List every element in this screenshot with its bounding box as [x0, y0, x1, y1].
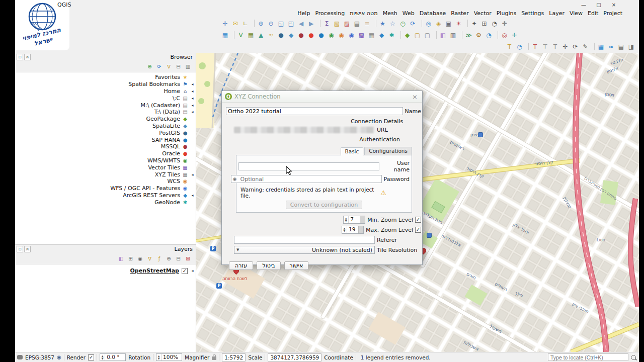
close-icon[interactable]: × — [606, 0, 621, 9]
style-manager-icon[interactable]: ◧ — [438, 30, 448, 40]
browser-item-arcgis-rest[interactable]: ArcGIS REST Servers◆◂ — [15, 192, 196, 199]
rotation-spinbox[interactable]: ▲▼ 0.0 ° — [100, 353, 126, 361]
browser-item-oracle[interactable]: Oracle● — [15, 150, 196, 157]
dialog-close-icon[interactable]: × — [411, 93, 419, 101]
min-zoom-spinbox[interactable]: ▲▼ 7 — [343, 216, 365, 224]
browser-item-home[interactable]: Home⌂◂ — [15, 88, 196, 95]
lock-icon[interactable] — [212, 356, 216, 360]
touch-zoom-icon[interactable]: ⊞ — [479, 19, 489, 28]
measure-line-icon[interactable]: ∟ — [240, 19, 250, 28]
convert-to-configuration-button[interactable]: Convert to configuration — [286, 201, 363, 209]
poi-marker[interactable] — [478, 132, 483, 137]
menu-item-view[interactable]: View — [567, 10, 585, 17]
spin-grip[interactable] — [358, 226, 363, 233]
zoom-full-icon[interactable]: ◱ — [276, 19, 286, 28]
browser-item-wfs-ogc-api[interactable]: WFS / OGC API - Features◉ — [15, 185, 196, 192]
select-features-icon[interactable]: ▧ — [332, 19, 342, 28]
url-value-obscured[interactable] — [234, 127, 375, 133]
expand-arrow-icon[interactable]: ◂ — [190, 268, 195, 273]
add-wms-layer-icon[interactable]: ◉ — [327, 30, 336, 40]
float-panel-icon[interactable]: ▫ — [17, 54, 23, 60]
cancel-button[interactable]: ביטול — [257, 261, 281, 270]
show-layout-manager-icon[interactable]: ▥ — [448, 30, 458, 40]
float-panel-icon[interactable]: ▫ — [17, 246, 23, 252]
spin-arrows-icon[interactable]: ▲▼ — [344, 216, 349, 223]
move-label-icon[interactable]: ✛ — [560, 42, 570, 51]
browser-item-favorites[interactable]: Favorites★ — [15, 74, 196, 81]
highlight-pinned-labels-icon[interactable]: T — [530, 42, 540, 51]
layer-diagram-options-icon[interactable]: ◔ — [515, 42, 524, 51]
browser-item-spatialite[interactable]: SpatiaLite◆ — [15, 123, 196, 130]
change-label-properties-icon[interactable]: ✎ — [581, 42, 590, 51]
messages-icon[interactable]: ✶ — [454, 19, 463, 28]
identify-features-icon[interactable]: ◎ — [424, 19, 433, 28]
expand-arrow-icon[interactable]: ◂ — [190, 89, 195, 94]
crs-status[interactable]: EPSG:3857 — [25, 354, 54, 360]
name-input[interactable] — [226, 107, 403, 115]
magnifier-spinbox[interactable]: ▲▼ 100% — [156, 353, 182, 361]
menu-item-web[interactable]: Web — [400, 10, 417, 17]
layout-manager-icon[interactable]: ▤ — [616, 42, 626, 51]
remove-layer-icon[interactable]: ⊠ — [184, 255, 192, 262]
show-bookmarks-icon[interactable]: ☆ — [388, 19, 397, 28]
run-feature-action-icon[interactable]: ◈ — [434, 19, 443, 28]
close-panel-icon[interactable]: × — [24, 54, 31, 60]
filter-by-expression-icon[interactable]: ƒ — [155, 255, 163, 262]
username-input[interactable] — [238, 162, 379, 170]
show-hide-labels-icon[interactable]: T — [550, 42, 560, 51]
plugin-manager-icon[interactable]: ◔ — [484, 30, 494, 40]
browser-item-c-drive[interactable]: \:C▤◂ — [15, 95, 196, 102]
rotate-label-icon[interactable]: ⟳ — [571, 42, 580, 51]
add-raster-layer-icon[interactable]: ▦ — [246, 30, 256, 40]
pan-hand-icon[interactable]: ✦ — [469, 19, 479, 28]
open-data-source-manager-icon[interactable]: ▦ — [220, 30, 230, 40]
browser-item-mssql[interactable]: MSSQL● — [15, 143, 196, 150]
menu-item-processing[interactable]: Processing — [312, 10, 347, 17]
parking-marker[interactable]: P — [210, 246, 216, 251]
tile-resolution-select[interactable]: ▼ Unknown (not scaled) — [234, 246, 375, 254]
new-shapefile-layer-icon[interactable]: ▢ — [413, 30, 422, 40]
filter-legend-icon[interactable]: ∇ — [146, 255, 153, 262]
zoom-in-icon[interactable]: ⊕ — [256, 19, 266, 28]
expand-arrow-icon[interactable]: ◂ — [190, 172, 195, 177]
locate-input[interactable] — [548, 353, 628, 361]
filter-browser-icon[interactable]: ∇ — [165, 63, 173, 70]
browser-item-vector-tiles[interactable]: Vector Tiles▦ — [15, 164, 196, 171]
menu-item-settings[interactable]: Settings — [519, 10, 546, 17]
minimize-icon[interactable]: — — [576, 0, 591, 9]
spin-arrows-icon[interactable]: ▲▼ — [342, 226, 347, 233]
browser-item-postgis[interactable]: PostGIS● — [15, 129, 196, 136]
manage-map-themes-icon[interactable]: ◉ — [136, 255, 144, 262]
coordinate-input[interactable]: 3874127,3786959 — [268, 353, 321, 361]
add-xyz-layer-icon[interactable]: ▦ — [367, 30, 376, 40]
new-temporary-scratch-layer-icon[interactable]: ▢ — [423, 30, 432, 40]
enable-properties-widget-icon[interactable]: ▥ — [184, 63, 192, 70]
add-geonode-layer-icon[interactable]: ✱ — [387, 30, 396, 40]
expand-arrow-icon[interactable]: ◂ — [190, 103, 195, 108]
map-tips-icon[interactable]: ✉ — [230, 19, 240, 28]
elevation-profile-icon[interactable]: ≈ — [606, 42, 616, 51]
spin-arrows-icon[interactable]: ▲▼ — [100, 354, 105, 360]
spin-grip[interactable] — [360, 216, 365, 223]
new-3d-map-view-icon[interactable]: ▦ — [596, 42, 606, 51]
max-zoom-checkbox[interactable]: ✓ — [415, 227, 421, 233]
spin-arrows-icon[interactable]: ▲▼ — [156, 354, 162, 360]
new-bookmark-icon[interactable]: ★ — [378, 19, 387, 28]
new-geopackage-layer-icon[interactable]: ◆ — [403, 30, 412, 40]
expand-arrow-icon[interactable]: ◂ — [190, 96, 195, 101]
maximize-icon[interactable]: □ — [591, 0, 606, 9]
pan-map-icon[interactable]: ✛ — [220, 19, 230, 28]
menu-item-edit[interactable]: Edit — [585, 10, 601, 17]
add-spatialite-layer-icon[interactable]: ◆ — [286, 30, 296, 40]
min-zoom-checkbox[interactable]: ✓ — [415, 217, 421, 223]
menu-item-help[interactable]: Help — [295, 10, 312, 17]
refresh-map-icon[interactable]: ⟳ — [408, 19, 418, 28]
show-password-icon[interactable]: ◉ — [233, 176, 237, 182]
layer-visibility-checkbox[interactable]: ✓ — [182, 268, 188, 274]
add-wfs-layer-icon[interactable]: ◉ — [347, 30, 356, 40]
dialog-titlebar[interactable]: Q XYZ Connection × — [222, 91, 422, 103]
browser-item-wcs[interactable]: WCS◉ — [15, 178, 196, 185]
scale-input[interactable]: 1:5792 — [222, 353, 246, 361]
statistical-summary-icon[interactable]: Σ — [322, 19, 332, 28]
help-button[interactable]: עזרה — [229, 261, 253, 270]
